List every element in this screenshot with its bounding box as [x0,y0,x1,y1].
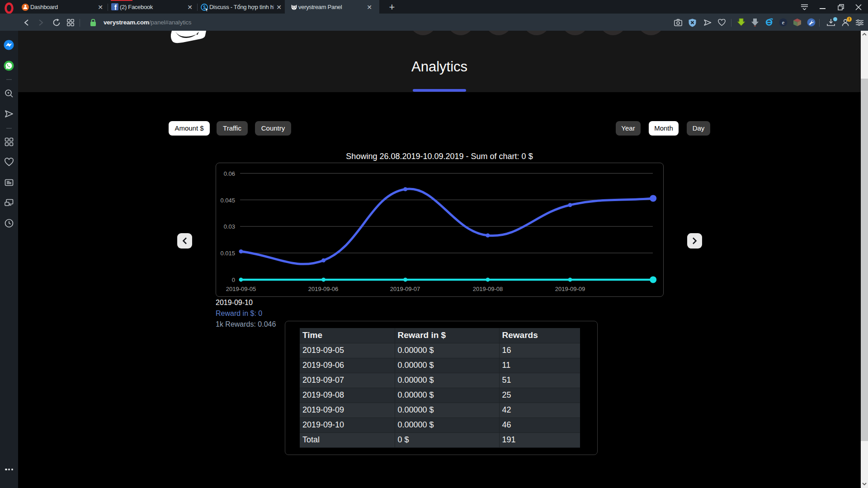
svg-text:$: $ [203,5,206,10]
svg-text:e: e [782,19,785,26]
